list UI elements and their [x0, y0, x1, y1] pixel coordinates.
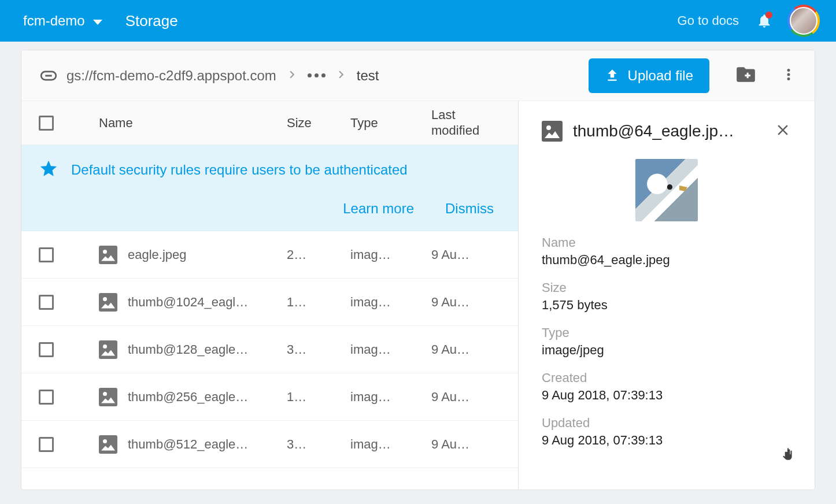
detail-created-value: 9 Aug 2018, 07:39:13: [542, 388, 791, 403]
image-file-icon: [99, 435, 117, 454]
file-name: thumb@512_eagle…: [128, 437, 248, 452]
table-header: Name Size Type Last modified: [21, 101, 518, 145]
image-file-icon: [99, 388, 117, 406]
detail-size-label: Size: [542, 280, 791, 295]
close-detail-button[interactable]: [774, 121, 791, 141]
column-header-type[interactable]: Type: [350, 116, 431, 131]
image-file-icon: [99, 246, 117, 264]
image-file-icon: [542, 121, 563, 142]
chevron-right-icon: [334, 67, 349, 84]
file-type: imag…: [350, 390, 431, 405]
section-title: Storage: [125, 12, 178, 30]
file-date: 9 Au…: [431, 342, 501, 357]
folder-plus-icon: [735, 64, 757, 86]
file-type: imag…: [350, 295, 431, 310]
overflow-menu-button[interactable]: [780, 66, 797, 86]
link-icon[interactable]: [39, 66, 58, 86]
upload-button-label: Upload file: [628, 68, 693, 84]
go-to-docs-link[interactable]: Go to docs: [678, 13, 739, 28]
avatar-image: [790, 7, 817, 35]
more-vert-icon: [780, 66, 797, 83]
star-icon: [39, 159, 58, 181]
detail-size-value: 1,575 bytes: [542, 298, 791, 313]
row-checkbox[interactable]: [39, 295, 54, 310]
file-name: thumb@256_eagle…: [128, 390, 248, 405]
file-type: imag…: [350, 437, 431, 452]
learn-more-button[interactable]: Learn more: [343, 201, 414, 217]
file-size: 3…: [287, 342, 350, 357]
row-checkbox[interactable]: [39, 437, 54, 452]
file-date: 9 Au…: [431, 247, 501, 262]
path-toolbar: gs://fcm-demo-c2df9.appspot.com test Upl…: [21, 50, 815, 101]
row-checkbox[interactable]: [39, 390, 54, 405]
file-list-pane: Name Size Type Last modified Default sec…: [21, 101, 519, 490]
file-date: 9 Au…: [431, 390, 501, 405]
file-name: thumb@128_eagle…: [128, 342, 248, 357]
file-type: imag…: [350, 247, 431, 262]
file-size: 1…: [287, 390, 350, 405]
select-all-checkbox[interactable]: [39, 116, 54, 131]
hand-cursor-icon: [780, 447, 795, 464]
table-row[interactable]: thumb@1024_eagl…1…imag…9 Au…: [21, 279, 518, 326]
banner-message: Default security rules require users to …: [71, 162, 408, 178]
detail-name-value: thumb@64_eagle.jpeg: [542, 253, 791, 268]
image-file-icon: [99, 340, 117, 359]
column-header-name[interactable]: Name: [73, 116, 287, 131]
table-row[interactable]: thumb@512_eagle…3…imag…9 Au…: [21, 421, 518, 468]
project-name: fcm-demo: [23, 13, 85, 29]
close-icon: [774, 121, 791, 139]
breadcrumb-current[interactable]: test: [357, 68, 379, 84]
notification-dot-icon: [765, 12, 772, 18]
file-size: 3…: [287, 437, 350, 452]
notifications-button[interactable]: [753, 9, 776, 32]
row-checkbox[interactable]: [39, 342, 54, 357]
file-size: 1…: [287, 295, 350, 310]
detail-created-label: Created: [542, 370, 791, 386]
chevron-down-icon: [93, 20, 102, 25]
file-size: 2…: [287, 247, 350, 262]
file-name: eagle.jpeg: [128, 247, 187, 262]
new-folder-button[interactable]: [735, 64, 757, 88]
project-selector[interactable]: fcm-demo: [23, 13, 102, 29]
upload-file-button[interactable]: Upload file: [589, 58, 709, 93]
image-file-icon: [99, 293, 117, 312]
account-avatar[interactable]: [787, 5, 820, 37]
detail-file-title: thumb@64_eagle.jp…: [573, 122, 764, 140]
dismiss-button[interactable]: Dismiss: [445, 201, 494, 217]
chevron-right-icon: [284, 67, 299, 84]
security-rules-banner: Default security rules require users to …: [21, 145, 518, 231]
table-row[interactable]: eagle.jpeg2…imag…9 Au…: [21, 231, 518, 279]
file-date: 9 Au…: [431, 295, 501, 310]
upload-icon: [605, 68, 620, 83]
breadcrumb-bucket[interactable]: gs://fcm-demo-c2df9.appspot.com: [66, 68, 276, 84]
breadcrumb-ellipsis[interactable]: [308, 73, 325, 77]
column-header-last-modified[interactable]: Last modified: [431, 108, 501, 138]
storage-card: gs://fcm-demo-c2df9.appspot.com test Upl…: [21, 50, 815, 490]
file-date: 9 Au…: [431, 437, 501, 452]
detail-type-value: image/jpeg: [542, 343, 791, 358]
app-bar: fcm-demo Storage Go to docs: [0, 0, 836, 42]
file-name: thumb@1024_eagl…: [128, 295, 248, 310]
thumbnail-preview[interactable]: [635, 159, 698, 221]
detail-updated-label: Updated: [542, 416, 791, 431]
table-row[interactable]: thumb@128_eagle…3…imag…9 Au…: [21, 326, 518, 373]
table-row[interactable]: thumb@256_eagle…1…imag…9 Au…: [21, 373, 518, 421]
file-detail-pane: thumb@64_eagle.jp… Namethumb@64_eagle.jp…: [519, 101, 815, 490]
row-checkbox[interactable]: [39, 247, 54, 262]
detail-name-label: Name: [542, 235, 791, 250]
detail-type-label: Type: [542, 325, 791, 340]
detail-updated-value: 9 Aug 2018, 07:39:13: [542, 433, 791, 448]
file-type: imag…: [350, 342, 431, 357]
column-header-size[interactable]: Size: [287, 116, 350, 131]
